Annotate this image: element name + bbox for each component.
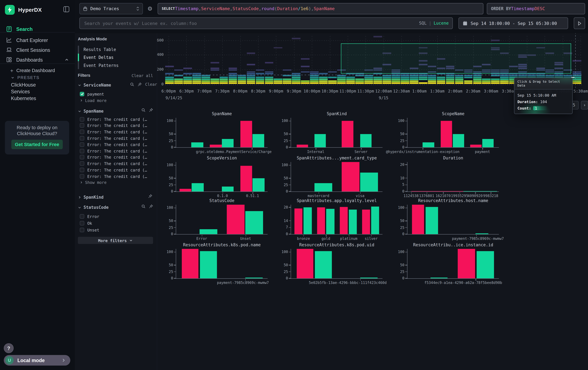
checkbox-icon[interactable] xyxy=(80,117,84,121)
sql-select-editor[interactable]: SELECT Timestamp, ServiceName, StatusCod… xyxy=(158,3,483,14)
query-token: , xyxy=(259,6,261,11)
filter-option-spanname[interactable]: Error: The credit card (… xyxy=(80,129,153,135)
order-by-editor[interactable]: ORDER BY Timestamp DESC xyxy=(487,3,585,14)
filter-option-error[interactable]: Error xyxy=(80,213,153,219)
chart-title: SpanAttributes...yment.card_type xyxy=(297,156,377,160)
filter-option-unset[interactable]: Unset xyxy=(80,227,153,233)
pin-icon[interactable] xyxy=(149,204,153,209)
filter-option-spanname[interactable]: Error: The credit card (… xyxy=(80,173,153,179)
gear-icon[interactable]: ⚙ xyxy=(147,5,153,12)
checkbox-icon[interactable] xyxy=(80,174,84,178)
checkbox-icon[interactable] xyxy=(80,149,84,153)
y-tick xyxy=(289,165,291,166)
filter-option-spanname[interactable]: Error: The credit card (… xyxy=(80,167,153,173)
sidebar-item-chart-explorer[interactable]: Chart Explorer xyxy=(0,35,75,45)
clear-all-filters-button[interactable]: Clear all xyxy=(132,73,153,78)
filter-option-payment[interactable]: payment xyxy=(80,91,153,97)
filter-option-spanname[interactable]: Error: The credit card (… xyxy=(80,161,153,166)
sidebar-item-client-sessions[interactable]: Client Sessions xyxy=(0,45,75,55)
create-dashboard-button[interactable]: + Create Dashboard xyxy=(10,68,55,74)
pin-icon[interactable] xyxy=(137,82,142,86)
chart-title: ResourceAttributes.k8s.pod.name xyxy=(183,242,261,247)
checkbox-icon[interactable] xyxy=(80,228,84,232)
y-tick-label: 0 xyxy=(391,232,404,236)
y-tick xyxy=(174,234,176,235)
checkbox-icon[interactable] xyxy=(80,161,84,166)
sidebar-item-label: Search xyxy=(16,26,33,32)
y-tick-label: 0 xyxy=(159,145,173,149)
select-chevrons-icon xyxy=(136,6,139,11)
search-icon[interactable] xyxy=(141,204,146,209)
load-more-button[interactable]: Load more xyxy=(80,98,106,103)
filter-option-label: Error: The credit card (… xyxy=(87,136,147,140)
checkbox-icon[interactable] xyxy=(80,123,84,128)
presets-toggle[interactable]: PRESETS xyxy=(11,75,40,80)
filter-option-spanname[interactable]: Error: The credit card (… xyxy=(80,154,153,160)
preset-label: ClickHouse xyxy=(11,82,36,88)
filter-group-spankind[interactable]: SpanKind xyxy=(78,194,154,200)
sidebar-item-search[interactable]: Search xyxy=(0,24,75,34)
sql-mode-option[interactable]: SQL xyxy=(419,21,427,26)
analysis-mode-results-table[interactable]: Results Table xyxy=(79,46,153,53)
search-icon[interactable] xyxy=(141,108,146,112)
chart-title: Duration xyxy=(443,156,463,160)
x-tick xyxy=(349,235,349,236)
get-started-button[interactable]: Get Started for Free xyxy=(11,140,63,149)
run-query-button[interactable] xyxy=(574,17,585,29)
checkbox-icon[interactable] xyxy=(80,214,84,219)
y-tick-label: 0 xyxy=(274,145,288,149)
sidebar-item-kubernetes[interactable]: Kubernetes xyxy=(11,96,36,101)
search-icon[interactable] xyxy=(130,82,134,86)
checkbox-icon[interactable] xyxy=(80,168,84,172)
app-title[interactable]: HyperDX xyxy=(18,7,42,13)
bar xyxy=(326,209,335,234)
query-token: DESC xyxy=(535,6,545,11)
checkbox-icon[interactable] xyxy=(80,130,84,134)
analysis-mode-event-deltas[interactable]: Event Deltas xyxy=(79,54,153,61)
clear-group-button[interactable]: Clear xyxy=(145,82,157,86)
sidebar-item-dashboards[interactable]: Dashboards xyxy=(0,55,75,64)
filter-option-ok[interactable]: Ok xyxy=(80,220,153,226)
local-mode-menu[interactable]: U Local mode xyxy=(4,355,70,366)
query-language-toggle[interactable]: SQL | Lucene xyxy=(419,21,449,26)
filter-option-spanname[interactable]: Error: The credit card (… xyxy=(80,135,153,141)
main-content: 02004006006:00pm6:30pm7:00pm7:30pm8:00pm… xyxy=(157,33,588,370)
filter-group-label: SpanKind xyxy=(84,195,104,200)
help-button[interactable]: ? xyxy=(4,343,13,353)
hyperdx-logo-icon[interactable] xyxy=(5,5,15,15)
analysis-mode-event-patterns[interactable]: Event Patterns xyxy=(79,62,153,69)
bar xyxy=(304,207,312,234)
query-token: , xyxy=(199,6,201,11)
filter-option-spanname[interactable]: Error: The credit card (… xyxy=(80,123,153,128)
checkbox-icon[interactable] xyxy=(80,136,84,140)
more-filters-button[interactable]: More filters xyxy=(78,237,153,244)
checkbox-icon[interactable] xyxy=(80,155,84,160)
play-icon xyxy=(577,21,582,25)
lucene-mode-option[interactable]: Lucene xyxy=(434,21,449,26)
show-more-button[interactable]: Show more xyxy=(80,180,106,185)
chart-duration: Duration05102011245381376801162107019935… xyxy=(407,162,499,192)
y-tick xyxy=(174,140,176,141)
search-input[interactable] xyxy=(84,20,419,26)
sidebar-item-services[interactable]: Services xyxy=(11,89,30,94)
sidebar-item-clickhouse[interactable]: ClickHouse xyxy=(11,82,36,88)
filter-option-spanname[interactable]: Error: The credit card (… xyxy=(80,116,153,122)
x-tick xyxy=(475,192,476,193)
y-tick xyxy=(289,220,291,221)
presets-label: PRESETS xyxy=(17,75,40,80)
y-tick-label: 0 xyxy=(391,276,404,280)
pin-icon[interactable] xyxy=(149,108,153,112)
time-range-picker[interactable]: Sep 14 18:00:00 - Sep 15 05:30:00 xyxy=(459,17,568,29)
checkbox-checked-icon[interactable] xyxy=(80,91,84,96)
pin-icon[interactable] xyxy=(148,194,152,198)
y-tick-label: 25 xyxy=(274,139,288,143)
source-select[interactable]: Demo Traces xyxy=(79,3,143,14)
query-token: / xyxy=(298,6,301,11)
chart-title: SpanName xyxy=(212,111,232,117)
filter-option-spanname[interactable]: Error: The credit card (… xyxy=(80,148,153,154)
chevron-right-icon xyxy=(80,99,83,102)
filter-option-spanname[interactable]: Error: The credit card (… xyxy=(80,142,153,147)
checkbox-icon[interactable] xyxy=(80,142,84,147)
checkbox-icon[interactable] xyxy=(80,221,84,225)
collapse-sidebar-icon[interactable] xyxy=(63,6,70,12)
